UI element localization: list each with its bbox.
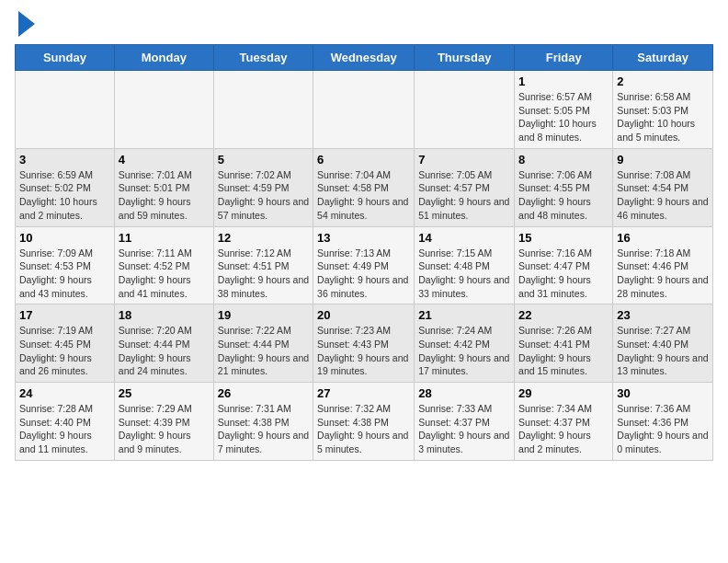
day-number: 3 — [19, 153, 110, 167]
day-info: Sunrise: 7:06 AM Sunset: 4:55 PM Dayligh… — [518, 168, 609, 223]
day-number: 8 — [518, 153, 609, 167]
calendar-cell: 29Sunrise: 7:34 AM Sunset: 4:37 PM Dayli… — [515, 383, 613, 461]
day-info: Sunrise: 7:09 AM Sunset: 4:53 PM Dayligh… — [19, 247, 110, 301]
calendar-week-row: 3Sunrise: 6:59 AM Sunset: 5:02 PM Daylig… — [16, 148, 713, 226]
day-info: Sunrise: 7:01 AM Sunset: 5:01 PM Dayligh… — [119, 168, 210, 223]
day-number: 14 — [418, 231, 510, 245]
day-number: 5 — [218, 153, 309, 167]
day-number: 29 — [518, 386, 609, 400]
day-info: Sunrise: 7:34 AM Sunset: 4:37 PM Dayligh… — [518, 402, 609, 456]
day-info: Sunrise: 7:15 AM Sunset: 4:48 PM Dayligh… — [418, 247, 510, 301]
calendar-cell: 1Sunrise: 6:57 AM Sunset: 5:05 PM Daylig… — [515, 71, 613, 149]
calendar-cell: 20Sunrise: 7:23 AM Sunset: 4:43 PM Dayli… — [313, 304, 415, 383]
calendar-cell: 7Sunrise: 7:05 AM Sunset: 4:57 PM Daylig… — [415, 148, 515, 226]
day-info: Sunrise: 7:24 AM Sunset: 4:42 PM Dayligh… — [418, 324, 510, 378]
day-number: 10 — [19, 231, 110, 245]
day-info: Sunrise: 6:58 AM Sunset: 5:03 PM Dayligh… — [617, 90, 709, 144]
calendar-cell: 26Sunrise: 7:31 AM Sunset: 4:38 PM Dayli… — [213, 383, 313, 461]
header-monday: Monday — [114, 45, 213, 71]
calendar-cell — [213, 71, 313, 149]
day-number: 1 — [518, 75, 609, 88]
calendar-cell: 23Sunrise: 7:27 AM Sunset: 4:40 PM Dayli… — [613, 304, 713, 383]
day-number: 12 — [218, 231, 309, 245]
day-number: 13 — [317, 231, 410, 245]
day-number: 30 — [617, 386, 709, 400]
day-number: 16 — [617, 231, 709, 245]
calendar-cell: 15Sunrise: 7:16 AM Sunset: 4:47 PM Dayli… — [515, 226, 613, 304]
day-number: 27 — [317, 386, 410, 400]
day-info: Sunrise: 7:05 AM Sunset: 4:57 PM Dayligh… — [418, 168, 510, 223]
calendar-cell — [16, 71, 115, 149]
day-info: Sunrise: 7:32 AM Sunset: 4:38 PM Dayligh… — [317, 402, 410, 456]
day-number: 25 — [119, 386, 210, 400]
day-info: Sunrise: 7:36 AM Sunset: 4:36 PM Dayligh… — [617, 402, 709, 456]
calendar-cell: 21Sunrise: 7:24 AM Sunset: 4:42 PM Dayli… — [415, 304, 515, 383]
day-number: 17 — [19, 308, 110, 322]
calendar-table: SundayMondayTuesdayWednesdayThursdayFrid… — [15, 44, 713, 461]
calendar-cell: 8Sunrise: 7:06 AM Sunset: 4:55 PM Daylig… — [515, 148, 613, 226]
day-number: 18 — [119, 308, 210, 322]
calendar-week-row: 1Sunrise: 6:57 AM Sunset: 5:05 PM Daylig… — [16, 71, 713, 149]
calendar-cell: 24Sunrise: 7:28 AM Sunset: 4:40 PM Dayli… — [16, 383, 115, 461]
calendar-cell: 11Sunrise: 7:11 AM Sunset: 4:52 PM Dayli… — [114, 226, 213, 304]
day-number: 7 — [418, 153, 510, 167]
calendar-cell — [415, 71, 515, 149]
day-number: 2 — [617, 75, 709, 88]
header-tuesday: Tuesday — [213, 45, 313, 71]
day-number: 6 — [317, 153, 410, 167]
calendar-cell: 14Sunrise: 7:15 AM Sunset: 4:48 PM Dayli… — [415, 226, 515, 304]
day-info: Sunrise: 7:27 AM Sunset: 4:40 PM Dayligh… — [617, 324, 709, 378]
calendar-cell: 22Sunrise: 7:26 AM Sunset: 4:41 PM Dayli… — [515, 304, 613, 383]
day-number: 23 — [617, 308, 709, 322]
calendar-cell: 18Sunrise: 7:20 AM Sunset: 4:44 PM Dayli… — [114, 304, 213, 383]
day-info: Sunrise: 7:12 AM Sunset: 4:51 PM Dayligh… — [218, 247, 309, 301]
day-number: 22 — [518, 308, 609, 322]
day-info: Sunrise: 7:18 AM Sunset: 4:46 PM Dayligh… — [617, 247, 709, 301]
header-wednesday: Wednesday — [313, 45, 415, 71]
day-number: 21 — [418, 308, 510, 322]
day-info: Sunrise: 7:04 AM Sunset: 4:58 PM Dayligh… — [317, 168, 410, 223]
day-number: 11 — [119, 231, 210, 245]
calendar-cell: 2Sunrise: 6:58 AM Sunset: 5:03 PM Daylig… — [613, 71, 713, 149]
day-number: 28 — [418, 386, 510, 400]
header-friday: Friday — [515, 45, 613, 71]
day-number: 26 — [218, 386, 309, 400]
calendar-cell: 16Sunrise: 7:18 AM Sunset: 4:46 PM Dayli… — [613, 226, 713, 304]
calendar-week-row: 10Sunrise: 7:09 AM Sunset: 4:53 PM Dayli… — [16, 226, 713, 304]
day-info: Sunrise: 7:08 AM Sunset: 4:54 PM Dayligh… — [617, 168, 709, 223]
header-sunday: Sunday — [16, 45, 115, 71]
day-info: Sunrise: 7:22 AM Sunset: 4:44 PM Dayligh… — [218, 324, 309, 378]
day-number: 9 — [617, 153, 709, 167]
logo-arrow-icon — [18, 11, 35, 37]
day-number: 24 — [19, 386, 110, 400]
calendar-cell — [114, 71, 213, 149]
day-info: Sunrise: 6:57 AM Sunset: 5:05 PM Dayligh… — [518, 90, 609, 144]
logo — [15, 15, 35, 37]
calendar-cell: 17Sunrise: 7:19 AM Sunset: 4:45 PM Dayli… — [16, 304, 115, 383]
calendar-cell — [313, 71, 415, 149]
calendar-cell: 30Sunrise: 7:36 AM Sunset: 4:36 PM Dayli… — [613, 383, 713, 461]
calendar-cell: 28Sunrise: 7:33 AM Sunset: 4:37 PM Dayli… — [415, 383, 515, 461]
calendar-cell: 12Sunrise: 7:12 AM Sunset: 4:51 PM Dayli… — [213, 226, 313, 304]
calendar-cell: 25Sunrise: 7:29 AM Sunset: 4:39 PM Dayli… — [114, 383, 213, 461]
calendar-cell: 3Sunrise: 6:59 AM Sunset: 5:02 PM Daylig… — [16, 148, 115, 226]
calendar-cell: 19Sunrise: 7:22 AM Sunset: 4:44 PM Dayli… — [213, 304, 313, 383]
calendar-week-row: 24Sunrise: 7:28 AM Sunset: 4:40 PM Dayli… — [16, 383, 713, 461]
day-info: Sunrise: 6:59 AM Sunset: 5:02 PM Dayligh… — [19, 168, 110, 223]
calendar-cell: 27Sunrise: 7:32 AM Sunset: 4:38 PM Dayli… — [313, 383, 415, 461]
day-info: Sunrise: 7:13 AM Sunset: 4:49 PM Dayligh… — [317, 247, 410, 301]
day-info: Sunrise: 7:19 AM Sunset: 4:45 PM Dayligh… — [19, 324, 110, 378]
day-info: Sunrise: 7:29 AM Sunset: 4:39 PM Dayligh… — [119, 402, 210, 456]
calendar-cell: 9Sunrise: 7:08 AM Sunset: 4:54 PM Daylig… — [613, 148, 713, 226]
calendar-cell: 10Sunrise: 7:09 AM Sunset: 4:53 PM Dayli… — [16, 226, 115, 304]
day-info: Sunrise: 7:31 AM Sunset: 4:38 PM Dayligh… — [218, 402, 309, 456]
calendar-week-row: 17Sunrise: 7:19 AM Sunset: 4:45 PM Dayli… — [16, 304, 713, 383]
day-info: Sunrise: 7:26 AM Sunset: 4:41 PM Dayligh… — [518, 324, 609, 378]
calendar-cell: 4Sunrise: 7:01 AM Sunset: 5:01 PM Daylig… — [114, 148, 213, 226]
day-number: 4 — [119, 153, 210, 167]
day-info: Sunrise: 7:33 AM Sunset: 4:37 PM Dayligh… — [418, 402, 510, 456]
day-number: 19 — [218, 308, 309, 322]
calendar-cell: 5Sunrise: 7:02 AM Sunset: 4:59 PM Daylig… — [213, 148, 313, 226]
day-info: Sunrise: 7:28 AM Sunset: 4:40 PM Dayligh… — [19, 402, 110, 456]
day-number: 15 — [518, 231, 609, 245]
